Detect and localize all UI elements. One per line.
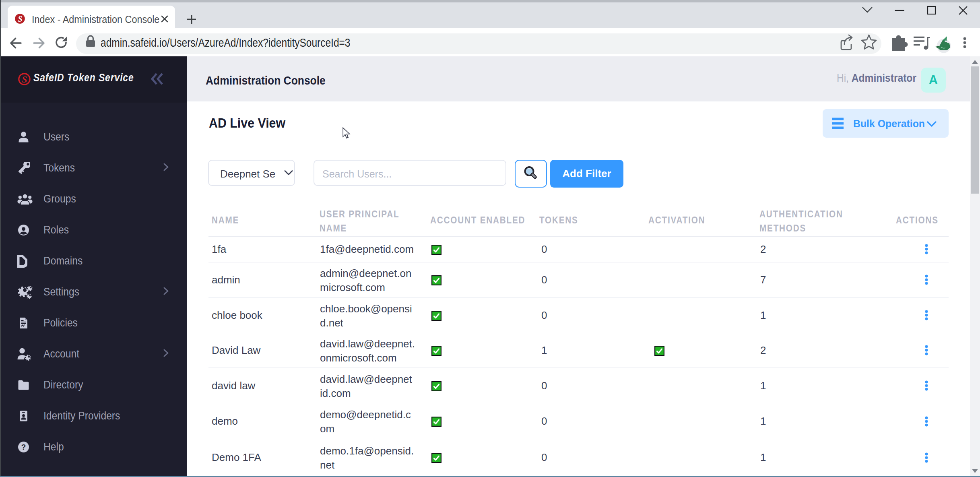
svg-text:?: ? xyxy=(21,443,26,451)
svg-text:S: S xyxy=(22,74,27,85)
svg-text:S: S xyxy=(18,14,22,23)
